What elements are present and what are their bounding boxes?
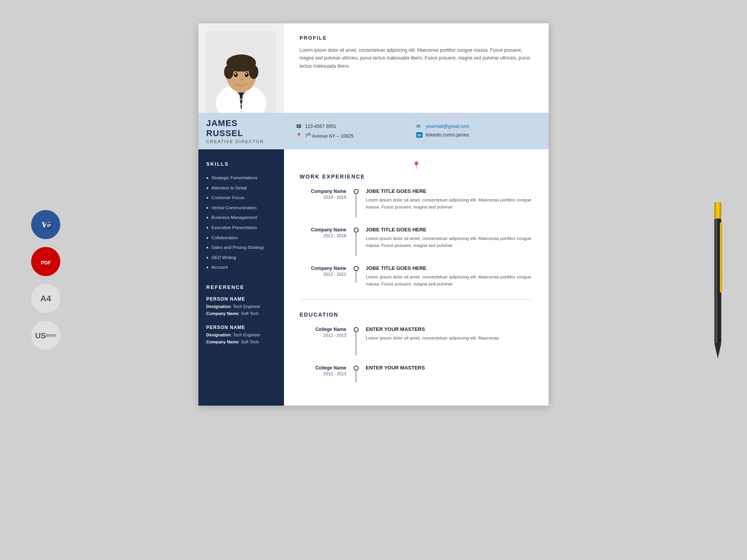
college-years-1: 2012 - 2013 <box>300 333 346 338</box>
bullet-icon: • <box>206 234 209 242</box>
edu-desc-1: Lorem ipsum dolor sit amet, consectetuer… <box>366 334 533 341</box>
word-icon[interactable]: W <box>31 210 60 239</box>
address-icon: 📍 <box>296 133 302 138</box>
svg-point-16 <box>245 72 249 77</box>
work-item-3: Company Name 2012 - 2012 JOBE TITLE GOES… <box>300 265 533 288</box>
email-icon: ✉ <box>416 123 423 129</box>
ref-name-2: PERSON NAME <box>206 325 276 330</box>
edu-line-1 <box>356 332 356 355</box>
ref-name-1: PERSON NAME <box>206 296 276 302</box>
reference-person-1: PERSON NAME Designation: Tech Engineer C… <box>206 296 276 317</box>
job-title-1: JOBE TITLE GOES HERE <box>366 188 533 194</box>
timeline-dot-1 <box>354 189 359 194</box>
degree-1: ENTER YOUR MASTERS <box>366 326 533 332</box>
education-section: EDUCATION College Name 2012 - 2013 <box>300 312 533 382</box>
college-name-2: College Name <box>300 365 346 371</box>
svg-point-24 <box>240 103 242 105</box>
work-item-1: Company Name 2018 - 2019 JOBE TITLE GOES… <box>300 188 533 217</box>
side-format-icons: W PDF A4 US letter <box>31 210 60 350</box>
list-item: •Business Management <box>206 213 276 223</box>
svg-rect-2 <box>46 223 52 229</box>
skill-text: Executive Presentation <box>212 224 258 231</box>
timeline-line-1 <box>356 194 356 217</box>
ref-company-label-2: Company Name <box>206 340 238 344</box>
profile-section: PROFILE Lorem ipsum dolor sit amet, cons… <box>284 23 549 113</box>
work-right-1: JOBE TITLE GOES HERE Lorem ipsum dolor s… <box>362 188 533 211</box>
us-letter-icon[interactable]: US letter <box>31 321 60 350</box>
college-years-2: 2012 - 2013 <box>300 371 346 376</box>
edu-connector-1 <box>350 326 362 355</box>
edu-connector-2 <box>350 365 362 382</box>
svg-point-18 <box>245 73 247 75</box>
letter-label: letter <box>46 333 56 338</box>
contact-col-right: ✉ yourmail@gmail.com in linkedin.com/s.j… <box>416 123 537 139</box>
svg-point-15 <box>234 72 238 77</box>
reference-section: REFERENCE PERSON NAME Designation: Tech … <box>206 284 276 345</box>
resume-header: PROFILE Lorem ipsum dolor sit amet, cons… <box>198 23 549 113</box>
skill-text: Customer Focus <box>212 194 244 201</box>
education-timeline: College Name 2012 - 2013 ENTER YOUR MAST… <box>300 326 533 382</box>
education-title: EDUCATION <box>300 312 533 318</box>
bullet-icon: • <box>206 264 209 271</box>
bullet-icon: • <box>206 194 209 201</box>
bullet-icon: • <box>206 205 209 212</box>
list-item: •Attention to Detail <box>206 183 276 193</box>
phone-number: 123-4567 8951 <box>305 124 337 129</box>
name-bar: JAMES RUSSEL CREATIVE DIRECTOR ☎ 123-456… <box>198 113 549 149</box>
job-title: CREATIVE DIRECTOR <box>206 139 276 144</box>
reference-title: REFERENCE <box>206 284 276 290</box>
bullet-icon: • <box>206 185 209 192</box>
work-left-3: Company Name 2012 - 2012 <box>300 265 350 276</box>
email-link[interactable]: yourmail@gmail.com <box>426 124 469 129</box>
pdf-icon[interactable]: PDF <box>31 247 60 276</box>
profile-section-title: PROFILE <box>300 35 533 41</box>
ref-company-1: Company Name: Soft Tech <box>206 310 276 317</box>
a4-label: A4 <box>40 294 51 304</box>
skills-list: •Strategic Fomentations •Attention to De… <box>206 173 276 273</box>
resume-document: PROFILE Lorem ipsum dolor sit amet, cons… <box>198 23 549 406</box>
edu-right-1: ENTER YOUR MASTERS Lorem ipsum dolor sit… <box>362 326 533 341</box>
skill-text: Attention to Detail <box>212 185 247 191</box>
a4-icon[interactable]: A4 <box>31 284 60 313</box>
skill-text: Sales and Pricing Strategy <box>212 244 265 251</box>
timeline-dot-3 <box>354 266 359 271</box>
job-title-3: JOBE TITLE GOES HERE <box>366 265 533 271</box>
edu-left-1: College Name 2012 - 2013 <box>300 326 350 338</box>
skill-text: Business Management <box>212 214 257 221</box>
work-left-1: Company Name 2018 - 2019 <box>300 188 350 200</box>
company-name-3: Company Name <box>300 265 346 272</box>
skill-text: Account <box>212 264 228 271</box>
timeline-connector-2 <box>350 227 362 256</box>
us-label: US <box>35 331 46 340</box>
list-item: •Strategic Fomentations <box>206 173 276 183</box>
company-years-2: 2012 - 2016 <box>300 233 346 238</box>
degree-2: ENTER YOUR MASTERS <box>366 365 533 371</box>
bullet-icon: • <box>206 244 209 251</box>
svg-point-13 <box>224 65 233 79</box>
work-right-3: JOBE TITLE GOES HERE Lorem ipsum dolor s… <box>362 265 533 288</box>
email-contact: ✉ yourmail@gmail.com <box>416 123 537 129</box>
timeline-connector-1 <box>350 188 362 217</box>
ref-company-2: Company Name: Soft Tech <box>206 339 276 346</box>
phone-icon: ☎ <box>296 123 302 129</box>
edu-line-2 <box>356 371 356 382</box>
svg-point-23 <box>240 98 242 100</box>
timeline-dot-2 <box>354 228 359 233</box>
svg-text:PDF: PDF <box>41 260 51 266</box>
pen-decoration <box>712 202 724 358</box>
work-experience-title: WORK EXPERIENCE <box>300 173 533 180</box>
contact-col-left: ☎ 123-4567 8951 📍 7th Avenue NY – 10025 <box>296 123 416 139</box>
address-text: 7th Avenue NY – 10025 <box>305 132 354 139</box>
skill-text: Verbal Communication <box>212 205 257 211</box>
bullet-icon: • <box>206 254 209 261</box>
resume-body: SKILLS •Strategic Fomentations •Attentio… <box>198 149 549 406</box>
contact-section: ☎ 123-4567 8951 📍 7th Avenue NY – 10025 … <box>284 119 549 143</box>
bullet-icon: • <box>206 224 209 231</box>
timeline-line-3 <box>356 271 356 283</box>
work-experience-timeline: Company Name 2018 - 2019 JOBE TITLE GOES… <box>300 188 533 288</box>
address-contact: 📍 7th Avenue NY – 10025 <box>296 132 416 139</box>
sidebar: SKILLS •Strategic Fomentations •Attentio… <box>198 149 284 406</box>
edu-item-2: College Name 2012 - 2013 ENTER YOUR MAST… <box>300 365 533 382</box>
map-pin-icon: 📍 <box>412 161 421 169</box>
work-right-2: JOBE TITLE GOES HERE Lorem ipsum dolor s… <box>362 227 533 249</box>
